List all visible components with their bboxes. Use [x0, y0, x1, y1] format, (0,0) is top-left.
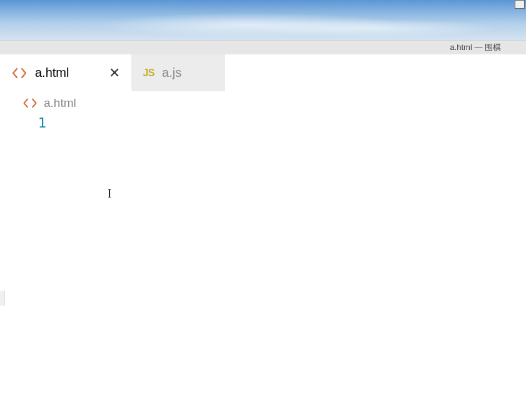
- html-icon: [11, 67, 28, 79]
- code-area: 1 I: [0, 115, 526, 365]
- window-title: a.html — 围棋: [450, 42, 501, 53]
- line-number: 1: [23, 115, 46, 131]
- tab-label: a.html: [35, 66, 69, 80]
- window-title-bar[interactable]: a.html — 围棋: [0, 40, 526, 54]
- editor-area: a.html ✕ JS a.js a.html 1 I: [0, 54, 526, 420]
- picture-icon: [515, 0, 525, 9]
- text-cursor-icon: I: [108, 187, 111, 201]
- tab-label: a.js: [162, 66, 181, 80]
- tab-a-js[interactable]: JS a.js: [131, 54, 225, 91]
- close-icon[interactable]: ✕: [109, 66, 120, 80]
- breadcrumb-label: a.html: [44, 96, 76, 110]
- html-icon: [23, 98, 38, 109]
- desktop-wallpaper-header: [0, 0, 526, 40]
- tab-bar: a.html ✕ JS a.js: [0, 54, 526, 91]
- js-icon: JS: [143, 68, 154, 79]
- tab-a-html[interactable]: a.html ✕: [0, 54, 131, 91]
- line-number-gutter: 1: [23, 115, 54, 365]
- breadcrumb[interactable]: a.html: [0, 91, 526, 115]
- code-content[interactable]: I: [54, 115, 526, 365]
- panel-resize-handle[interactable]: [0, 291, 5, 306]
